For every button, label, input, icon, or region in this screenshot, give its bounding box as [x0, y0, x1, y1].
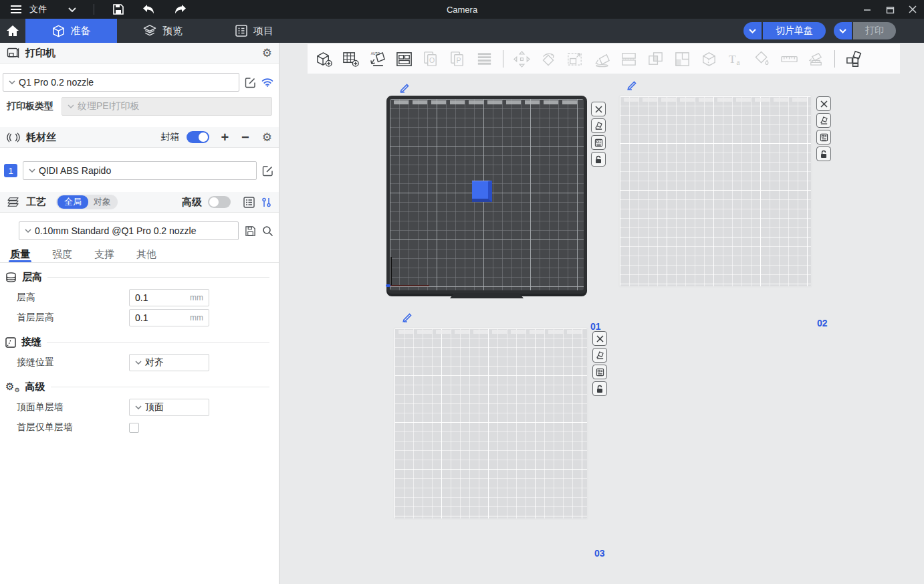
close-icon[interactable]: [901, 0, 924, 19]
advanced-toggle[interactable]: [208, 196, 231, 208]
move-icon[interactable]: [509, 47, 534, 72]
print-dropdown-chevron-icon[interactable]: [834, 22, 852, 39]
lock-icon[interactable]: [591, 152, 606, 167]
first-layer-height-input[interactable]: 0.1 mm: [129, 309, 209, 326]
lock-icon[interactable]: [816, 147, 831, 161]
scope-global[interactable]: 全局: [57, 195, 88, 209]
svg-text:a: a: [736, 58, 739, 67]
split-icon[interactable]: [616, 47, 641, 72]
slice-dropdown-chevron-icon[interactable]: [743, 22, 762, 39]
pencil-icon[interactable]: [402, 312, 413, 322]
paste-icon[interactable]: P: [445, 47, 470, 72]
orient-plate-icon[interactable]: [591, 118, 606, 133]
arrange-icon[interactable]: [392, 47, 417, 72]
scope-object[interactable]: 对象: [88, 195, 116, 209]
tab-others[interactable]: 其他: [136, 248, 156, 262]
settings-sidebar: 打印机 ⚙ Q1 Pro 0.2 nozzle 打印板类型 纹理PEI打印板 耗…: [0, 43, 279, 584]
layer-height-icon: [5, 272, 17, 282]
slice-plate-button[interactable]: 切片单盘: [763, 22, 826, 39]
divider: [94, 4, 94, 15]
filament-preset-combo[interactable]: QIDI ABS Rapido: [23, 161, 257, 180]
chevron-down-icon: [135, 361, 142, 365]
assembly-icon[interactable]: [841, 47, 866, 72]
minimize-icon[interactable]: [856, 0, 879, 19]
pencil-icon[interactable]: [400, 83, 410, 93]
tab-preview[interactable]: 预览: [117, 19, 209, 43]
build-plate-02[interactable]: [618, 95, 812, 288]
seam-position-select[interactable]: 对齐: [129, 354, 209, 371]
calibration-strip: [394, 100, 580, 104]
plate-settings-icon[interactable]: [592, 365, 607, 379]
printer-preset-combo[interactable]: Q1 Pro 0.2 nozzle: [3, 73, 239, 92]
remove-filament-button[interactable]: −: [241, 130, 249, 144]
search-icon[interactable]: [262, 225, 273, 237]
add-model-icon[interactable]: [312, 47, 336, 72]
stack-icon[interactable]: [472, 47, 497, 72]
delete-plate-icon[interactable]: [592, 331, 607, 346]
scale-icon[interactable]: [563, 47, 588, 72]
save-icon[interactable]: [110, 1, 126, 17]
home-button[interactable]: [0, 19, 25, 43]
first-layer-single-wall-checkbox[interactable]: [129, 423, 139, 433]
delete-plate-icon[interactable]: [816, 96, 831, 111]
plate-settings-icon[interactable]: [816, 130, 831, 144]
text-icon[interactable]: Ta: [723, 47, 748, 72]
plate-type-combo[interactable]: 纹理PEI打印板: [62, 97, 272, 116]
support-paint-icon[interactable]: [804, 47, 828, 72]
printer-gear-icon[interactable]: ⚙: [262, 47, 272, 59]
orient-plate-icon[interactable]: [592, 348, 607, 363]
scope-toggle[interactable]: 全局 对象: [56, 195, 118, 209]
layers-icon: [143, 25, 156, 37]
edit-printer-icon[interactable]: [245, 77, 256, 88]
tab-support[interactable]: 支撑: [94, 248, 114, 262]
save-preset-icon[interactable]: [245, 225, 256, 237]
project-icon: [235, 25, 247, 37]
top-single-wall-select[interactable]: 顶面: [129, 399, 209, 416]
tab-quality[interactable]: 质量: [10, 248, 30, 262]
build-plate-01[interactable]: [386, 96, 587, 294]
edit-filament-icon[interactable]: [262, 165, 273, 177]
tab-strength[interactable]: 强度: [52, 248, 72, 262]
chevron-down-icon[interactable]: [64, 1, 80, 17]
box-toggle[interactable]: [187, 131, 209, 143]
build-plate-03[interactable]: [393, 327, 588, 520]
wifi-icon[interactable]: [261, 78, 273, 87]
orient-plate-icon[interactable]: [816, 113, 831, 128]
auto-orient-icon[interactable]: AUTO: [365, 47, 390, 72]
add-filament-button[interactable]: +: [221, 130, 229, 144]
rotate-icon[interactable]: [536, 47, 561, 72]
model-cube[interactable]: [472, 181, 492, 202]
add-plate-icon[interactable]: [338, 47, 363, 72]
hamburger-icon[interactable]: [8, 1, 24, 17]
tab-project[interactable]: 项目: [209, 19, 300, 43]
advanced-group-header: ⚙⚙ 高级: [0, 373, 279, 397]
process-preset-combo[interactable]: 0.10mm Standard @Q1 Pro 0.2 nozzle: [19, 221, 239, 240]
pencil-icon[interactable]: [627, 80, 637, 90]
advanced-gears-icon: ⚙⚙: [5, 381, 20, 393]
main-tab-bar: 准备 预览 项目 切片单盘 打印: [0, 19, 924, 43]
tune-icon[interactable]: [261, 197, 272, 208]
delete-plate-icon[interactable]: [591, 102, 606, 116]
scene-viewport[interactable]: AUTO O P: [280, 43, 924, 584]
redo-icon[interactable]: [172, 1, 188, 17]
print-button[interactable]: 打印: [853, 22, 896, 39]
copy-icon[interactable]: O: [419, 47, 443, 72]
file-menu[interactable]: 文件: [29, 3, 47, 15]
undo-icon[interactable]: [141, 1, 157, 17]
filament-slot-badge[interactable]: 1: [4, 164, 17, 177]
plate-settings-icon[interactable]: [591, 135, 606, 150]
process-section-header: 工艺 全局 对象 高级: [0, 192, 279, 213]
measure-icon[interactable]: [777, 47, 802, 72]
tab-prepare[interactable]: 准备: [25, 19, 117, 43]
filament-gear-icon[interactable]: ⚙: [262, 132, 272, 143]
maximize-icon[interactable]: [879, 0, 901, 19]
lay-flat-icon[interactable]: [590, 47, 614, 72]
lock-icon[interactable]: [592, 381, 607, 396]
paint-icon[interactable]: [750, 47, 775, 72]
layer-height-input[interactable]: 0.1 mm: [129, 289, 209, 306]
param-list-icon[interactable]: [243, 197, 255, 208]
mesh-cut-icon[interactable]: [697, 47, 721, 72]
printer-section-title: 打印机: [25, 47, 55, 60]
fill-icon[interactable]: [670, 47, 695, 72]
boolean-icon[interactable]: [643, 47, 668, 72]
